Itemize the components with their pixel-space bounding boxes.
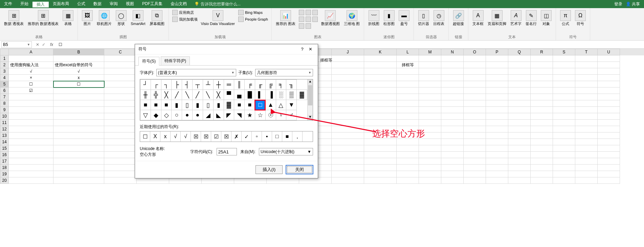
cell-Q10[interactable] [508,113,531,120]
row-header-18[interactable]: 18 [0,165,9,171]
symbol-cell[interactable]: ┌ [151,80,161,90]
cell-R6[interactable] [531,88,553,94]
symbol-cell[interactable]: ■ [234,100,245,110]
cell-M4[interactable] [419,75,441,81]
cell-J7[interactable] [332,94,364,100]
cell-C7[interactable] [104,94,137,100]
cell-O4[interactable] [464,75,486,81]
cell-R15[interactable] [531,145,553,152]
cell-M15[interactable] [419,145,441,152]
symbol-scrollbar[interactable]: ▲ ▼ [307,79,313,120]
recent-symbol[interactable]: X [150,131,160,142]
col-header-C[interactable]: C [104,49,137,55]
cell-P2[interactable] [486,62,508,68]
cell-U16[interactable] [598,152,620,158]
symbol-cell[interactable]: █ [245,90,255,100]
cell-R10[interactable] [531,113,553,120]
picture-button[interactable]: 🖼图片 [81,9,94,26]
cell-K2[interactable] [364,62,397,68]
recent-symbol[interactable]: □ [272,131,282,142]
cell-Q12[interactable] [508,126,531,132]
insert-button[interactable]: 插入(I) [256,165,283,174]
cell-A8[interactable] [9,100,53,107]
cell-T10[interactable] [575,113,598,120]
cell-K5[interactable] [364,81,397,88]
symbol-cell[interactable]: ▮ [213,100,224,110]
equation-button[interactable]: π公式 [559,9,572,26]
cell-L10[interactable] [397,113,419,120]
cell-M20[interactable] [419,177,441,184]
cell-J15[interactable] [332,145,364,152]
cell-S12[interactable] [553,126,575,132]
symbol-cell[interactable]: ■ [161,100,172,110]
cell-B9[interactable] [53,107,104,113]
formula-cancel[interactable]: ✕ [36,42,39,47]
cell-Q15[interactable] [508,145,531,152]
cell-M5[interactable] [419,81,441,88]
cell-B20[interactable] [53,177,104,184]
symbol-cell[interactable]: ♂ [286,110,297,120]
cell-R5[interactable] [531,81,553,88]
recent-symbol[interactable]: ✓ [242,131,252,142]
cell-L11[interactable] [397,120,419,126]
symbol-cell[interactable]: ▮ [193,100,203,110]
cell-S3[interactable] [553,68,575,75]
cell-B3[interactable]: √ [53,68,104,75]
cell-U15[interactable] [598,145,620,152]
symbol-cell[interactable]: ▄ [234,90,245,100]
cell-J13[interactable] [332,132,364,139]
cell-M9[interactable] [419,107,441,113]
cell-A17[interactable] [9,158,53,165]
cell-Q13[interactable] [508,132,531,139]
recent-symbol[interactable]: ▫ [252,131,262,142]
cell-T14[interactable] [575,139,598,145]
cell-O3[interactable] [464,68,486,75]
menu-data[interactable]: 数据 [89,1,106,7]
cell-L15[interactable] [397,145,419,152]
recent-symbol[interactable]: ☐ [140,131,150,142]
cell-J19[interactable] [332,171,364,177]
cell-P18[interactable] [486,165,508,171]
recent-symbol[interactable]: ✗ [231,131,242,142]
cell-C19[interactable] [104,171,137,177]
cell-Q3[interactable] [508,68,531,75]
row-header-4[interactable]: 4 [0,75,9,81]
symbol-cell[interactable]: ◤ [224,110,234,120]
cell-J8[interactable] [332,100,364,107]
cell-K3[interactable] [364,68,397,75]
symbol-cell[interactable]: ┐ [161,80,172,90]
cell-Q16[interactable] [508,152,531,158]
col-header-S[interactable]: S [553,49,575,55]
symbol-cell[interactable]: ● [193,110,203,120]
menu-review[interactable]: 审阅 [106,1,122,7]
name-box[interactable]: B5 ▼ [1,41,32,48]
cell-A2[interactable]: 使用搜狗输入法 [9,62,53,68]
cell-U20[interactable] [598,177,620,184]
symbol-cell[interactable]: ■ [151,100,161,110]
cell-O16[interactable] [464,152,486,158]
signature-button[interactable]: ✎签名行 [524,9,538,26]
cell-B18[interactable] [53,165,104,171]
cell-P7[interactable] [486,94,508,100]
symbol-cell[interactable]: △ [276,100,286,110]
cell-A7[interactable] [9,94,53,100]
symbol-cell[interactable]: ▼ [286,100,297,110]
cell-J3[interactable] [332,68,364,75]
formula-confirm[interactable]: ✓ [42,42,45,47]
cell-R18[interactable] [531,165,553,171]
scroll-down-icon[interactable]: ▼ [308,115,313,120]
screenshot-button[interactable]: ⧉屏幕截图 [148,9,166,26]
cell-C15[interactable] [104,145,137,152]
cell-K15[interactable] [364,145,397,152]
cell-J12[interactable] [332,126,364,132]
row-header-14[interactable]: 14 [0,139,9,145]
symbol-cell[interactable]: ★ [245,110,255,120]
cell-T13[interactable] [575,132,598,139]
cell-T19[interactable] [575,171,598,177]
cell-S1[interactable] [553,55,575,62]
cell-N17[interactable] [441,158,464,165]
cell-B11[interactable] [53,120,104,126]
cell-O2[interactable] [464,62,486,68]
symbol-cell[interactable]: ┤ [182,80,193,90]
cell-K16[interactable] [364,152,397,158]
